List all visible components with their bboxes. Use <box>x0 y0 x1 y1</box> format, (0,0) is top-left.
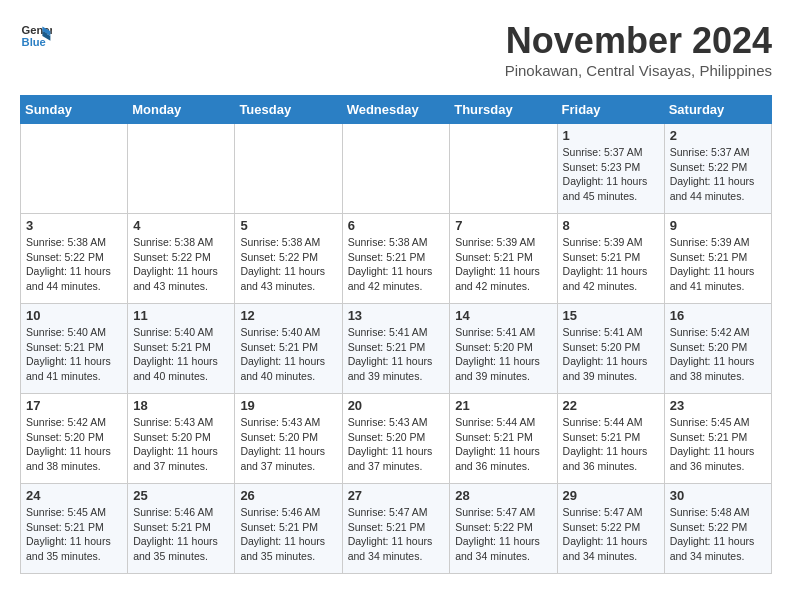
calendar-header-row: SundayMondayTuesdayWednesdayThursdayFrid… <box>21 96 772 124</box>
day-number: 28 <box>455 488 551 503</box>
calendar-cell: 26Sunrise: 5:46 AM Sunset: 5:21 PM Dayli… <box>235 484 342 574</box>
day-number: 25 <box>133 488 229 503</box>
calendar-cell: 8Sunrise: 5:39 AM Sunset: 5:21 PM Daylig… <box>557 214 664 304</box>
calendar-cell: 25Sunrise: 5:46 AM Sunset: 5:21 PM Dayli… <box>128 484 235 574</box>
day-info: Sunrise: 5:45 AM Sunset: 5:21 PM Dayligh… <box>26 505 122 564</box>
calendar-week-3: 10Sunrise: 5:40 AM Sunset: 5:21 PM Dayli… <box>21 304 772 394</box>
weekday-header-saturday: Saturday <box>664 96 771 124</box>
day-number: 30 <box>670 488 766 503</box>
day-number: 20 <box>348 398 445 413</box>
day-info: Sunrise: 5:47 AM Sunset: 5:21 PM Dayligh… <box>348 505 445 564</box>
weekday-header-friday: Friday <box>557 96 664 124</box>
day-info: Sunrise: 5:38 AM Sunset: 5:22 PM Dayligh… <box>133 235 229 294</box>
day-info: Sunrise: 5:44 AM Sunset: 5:21 PM Dayligh… <box>455 415 551 474</box>
day-info: Sunrise: 5:41 AM Sunset: 5:20 PM Dayligh… <box>563 325 659 384</box>
weekday-header-wednesday: Wednesday <box>342 96 450 124</box>
day-number: 6 <box>348 218 445 233</box>
weekday-header-tuesday: Tuesday <box>235 96 342 124</box>
calendar-cell: 30Sunrise: 5:48 AM Sunset: 5:22 PM Dayli… <box>664 484 771 574</box>
day-number: 9 <box>670 218 766 233</box>
day-number: 3 <box>26 218 122 233</box>
calendar-cell: 18Sunrise: 5:43 AM Sunset: 5:20 PM Dayli… <box>128 394 235 484</box>
day-info: Sunrise: 5:46 AM Sunset: 5:21 PM Dayligh… <box>240 505 336 564</box>
weekday-header-monday: Monday <box>128 96 235 124</box>
day-info: Sunrise: 5:46 AM Sunset: 5:21 PM Dayligh… <box>133 505 229 564</box>
calendar-cell <box>342 124 450 214</box>
day-info: Sunrise: 5:48 AM Sunset: 5:22 PM Dayligh… <box>670 505 766 564</box>
calendar-cell <box>128 124 235 214</box>
calendar-cell: 27Sunrise: 5:47 AM Sunset: 5:21 PM Dayli… <box>342 484 450 574</box>
day-number: 5 <box>240 218 336 233</box>
header: General Blue November 2024 Pinokawan, Ce… <box>20 20 772 79</box>
calendar-cell: 22Sunrise: 5:44 AM Sunset: 5:21 PM Dayli… <box>557 394 664 484</box>
logo: General Blue <box>20 20 52 52</box>
calendar-cell: 13Sunrise: 5:41 AM Sunset: 5:21 PM Dayli… <box>342 304 450 394</box>
day-number: 12 <box>240 308 336 323</box>
day-info: Sunrise: 5:42 AM Sunset: 5:20 PM Dayligh… <box>26 415 122 474</box>
calendar-cell: 5Sunrise: 5:38 AM Sunset: 5:22 PM Daylig… <box>235 214 342 304</box>
calendar-cell <box>21 124 128 214</box>
calendar-cell: 10Sunrise: 5:40 AM Sunset: 5:21 PM Dayli… <box>21 304 128 394</box>
day-info: Sunrise: 5:39 AM Sunset: 5:21 PM Dayligh… <box>455 235 551 294</box>
logo-icon: General Blue <box>20 20 52 52</box>
day-number: 14 <box>455 308 551 323</box>
weekday-header-thursday: Thursday <box>450 96 557 124</box>
day-info: Sunrise: 5:41 AM Sunset: 5:20 PM Dayligh… <box>455 325 551 384</box>
day-info: Sunrise: 5:45 AM Sunset: 5:21 PM Dayligh… <box>670 415 766 474</box>
calendar-week-5: 24Sunrise: 5:45 AM Sunset: 5:21 PM Dayli… <box>21 484 772 574</box>
day-number: 22 <box>563 398 659 413</box>
svg-text:Blue: Blue <box>22 36 46 48</box>
calendar-cell: 2Sunrise: 5:37 AM Sunset: 5:22 PM Daylig… <box>664 124 771 214</box>
day-info: Sunrise: 5:37 AM Sunset: 5:22 PM Dayligh… <box>670 145 766 204</box>
day-number: 10 <box>26 308 122 323</box>
day-info: Sunrise: 5:38 AM Sunset: 5:22 PM Dayligh… <box>26 235 122 294</box>
title-area: November 2024 Pinokawan, Central Visayas… <box>505 20 772 79</box>
day-info: Sunrise: 5:43 AM Sunset: 5:20 PM Dayligh… <box>133 415 229 474</box>
month-title: November 2024 <box>505 20 772 62</box>
calendar-cell: 4Sunrise: 5:38 AM Sunset: 5:22 PM Daylig… <box>128 214 235 304</box>
day-number: 24 <box>26 488 122 503</box>
calendar-cell: 28Sunrise: 5:47 AM Sunset: 5:22 PM Dayli… <box>450 484 557 574</box>
calendar-cell: 12Sunrise: 5:40 AM Sunset: 5:21 PM Dayli… <box>235 304 342 394</box>
day-number: 11 <box>133 308 229 323</box>
calendar-cell: 14Sunrise: 5:41 AM Sunset: 5:20 PM Dayli… <box>450 304 557 394</box>
calendar-cell: 29Sunrise: 5:47 AM Sunset: 5:22 PM Dayli… <box>557 484 664 574</box>
calendar-cell: 24Sunrise: 5:45 AM Sunset: 5:21 PM Dayli… <box>21 484 128 574</box>
day-number: 23 <box>670 398 766 413</box>
calendar-cell: 9Sunrise: 5:39 AM Sunset: 5:21 PM Daylig… <box>664 214 771 304</box>
day-info: Sunrise: 5:37 AM Sunset: 5:23 PM Dayligh… <box>563 145 659 204</box>
calendar-cell: 6Sunrise: 5:38 AM Sunset: 5:21 PM Daylig… <box>342 214 450 304</box>
day-info: Sunrise: 5:43 AM Sunset: 5:20 PM Dayligh… <box>348 415 445 474</box>
day-number: 15 <box>563 308 659 323</box>
day-info: Sunrise: 5:40 AM Sunset: 5:21 PM Dayligh… <box>240 325 336 384</box>
calendar-cell <box>450 124 557 214</box>
calendar-cell: 20Sunrise: 5:43 AM Sunset: 5:20 PM Dayli… <box>342 394 450 484</box>
day-info: Sunrise: 5:40 AM Sunset: 5:21 PM Dayligh… <box>26 325 122 384</box>
calendar-cell: 1Sunrise: 5:37 AM Sunset: 5:23 PM Daylig… <box>557 124 664 214</box>
weekday-header-sunday: Sunday <box>21 96 128 124</box>
day-number: 17 <box>26 398 122 413</box>
day-info: Sunrise: 5:44 AM Sunset: 5:21 PM Dayligh… <box>563 415 659 474</box>
day-number: 7 <box>455 218 551 233</box>
calendar-cell: 15Sunrise: 5:41 AM Sunset: 5:20 PM Dayli… <box>557 304 664 394</box>
calendar-cell: 21Sunrise: 5:44 AM Sunset: 5:21 PM Dayli… <box>450 394 557 484</box>
calendar-body: 1Sunrise: 5:37 AM Sunset: 5:23 PM Daylig… <box>21 124 772 574</box>
location-subtitle: Pinokawan, Central Visayas, Philippines <box>505 62 772 79</box>
calendar-cell: 17Sunrise: 5:42 AM Sunset: 5:20 PM Dayli… <box>21 394 128 484</box>
day-number: 19 <box>240 398 336 413</box>
day-info: Sunrise: 5:42 AM Sunset: 5:20 PM Dayligh… <box>670 325 766 384</box>
calendar-week-2: 3Sunrise: 5:38 AM Sunset: 5:22 PM Daylig… <box>21 214 772 304</box>
day-number: 29 <box>563 488 659 503</box>
day-number: 21 <box>455 398 551 413</box>
day-number: 26 <box>240 488 336 503</box>
day-number: 4 <box>133 218 229 233</box>
day-number: 13 <box>348 308 445 323</box>
day-number: 8 <box>563 218 659 233</box>
day-number: 27 <box>348 488 445 503</box>
day-number: 18 <box>133 398 229 413</box>
calendar-cell: 11Sunrise: 5:40 AM Sunset: 5:21 PM Dayli… <box>128 304 235 394</box>
day-info: Sunrise: 5:47 AM Sunset: 5:22 PM Dayligh… <box>455 505 551 564</box>
day-info: Sunrise: 5:40 AM Sunset: 5:21 PM Dayligh… <box>133 325 229 384</box>
calendar-cell <box>235 124 342 214</box>
day-info: Sunrise: 5:47 AM Sunset: 5:22 PM Dayligh… <box>563 505 659 564</box>
